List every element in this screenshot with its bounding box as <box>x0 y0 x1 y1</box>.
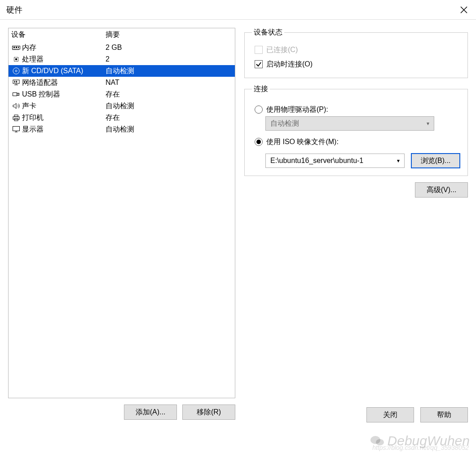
svg-rect-3 <box>18 47 19 48</box>
device-name: 显示器 <box>21 125 106 134</box>
svg-rect-1 <box>13 47 15 48</box>
connect-at-poweron-label: 启动时连接(O) <box>266 60 313 69</box>
physical-drive-value: 自动检测 <box>270 119 299 128</box>
close-button[interactable]: 关闭 <box>366 407 414 422</box>
iso-file-label: 使用 ISO 映像文件(M): <box>266 137 339 147</box>
device-list[interactable]: 设备 摘要 内存2 GB处理器2新 CD/DVD (SATA)自动检测网络适配器… <box>8 28 235 398</box>
svg-rect-5 <box>15 58 17 60</box>
physical-drive-dropdown: 自动检测 ▾ <box>265 116 434 131</box>
device-name: 打印机 <box>21 113 106 123</box>
window-title: 硬件 <box>6 4 22 15</box>
header-device: 设备 <box>11 30 106 40</box>
advanced-button[interactable]: 高级(V)... <box>415 182 468 198</box>
svg-rect-10 <box>16 81 17 83</box>
close-icon[interactable] <box>458 4 470 16</box>
add-button[interactable]: 添加(A)... <box>124 405 177 420</box>
physical-drive-radio[interactable]: 使用物理驱动器(P): <box>255 103 460 116</box>
connected-label: 已连接(C) <box>266 45 298 55</box>
device-name: 处理器 <box>21 55 106 64</box>
device-summary: 2 GB <box>106 44 232 52</box>
svg-point-6 <box>13 68 19 74</box>
device-name: 网络适配器 <box>21 78 106 88</box>
connection-legend: 连接 <box>252 84 270 94</box>
svg-rect-13 <box>13 117 19 119</box>
device-summary: 自动检测 <box>106 66 232 76</box>
browse-button[interactable]: 浏览(B)... <box>411 153 460 168</box>
svg-rect-2 <box>16 47 17 48</box>
header-summary: 摘要 <box>106 30 120 40</box>
device-name: 新 CD/DVD (SATA) <box>21 66 106 76</box>
device-row[interactable]: 网络适配器NAT <box>9 77 235 88</box>
memory-icon <box>11 43 21 52</box>
network-icon <box>11 78 21 87</box>
device-status-group: 设备状态 已连接(C) 启动时连接(O) <box>244 28 468 78</box>
chevron-down-icon: ▾ <box>427 120 429 127</box>
device-status-legend: 设备状态 <box>252 28 284 37</box>
device-summary: 2 <box>106 55 232 63</box>
connected-checkbox: 已连接(C) <box>255 44 460 56</box>
svg-rect-14 <box>14 115 18 117</box>
display-icon <box>11 125 21 134</box>
svg-rect-12 <box>17 93 19 96</box>
checkbox-icon <box>255 46 263 54</box>
cpu-icon <box>11 55 21 64</box>
iso-path-dropdown[interactable]: E:\ubuntu16_server\ubuntu-1 ▾ <box>265 154 405 168</box>
device-list-header: 设备 摘要 <box>9 28 235 42</box>
device-name: 声卡 <box>21 101 106 111</box>
printer-icon <box>11 113 21 122</box>
svg-point-17 <box>370 436 380 444</box>
iso-path-value: E:\ubuntu16_server\ubuntu-1 <box>270 157 363 165</box>
device-row[interactable]: 打印机存在 <box>9 112 235 123</box>
chevron-down-icon: ▾ <box>397 158 400 164</box>
physical-drive-label: 使用物理驱动器(P): <box>266 105 328 114</box>
disc-icon <box>11 66 21 75</box>
connect-at-poweron-checkbox[interactable]: 启动时连接(O) <box>255 58 460 70</box>
device-summary: 自动检测 <box>106 125 232 134</box>
device-row[interactable]: 显示器自动检测 <box>9 123 235 135</box>
list-buttons: 添加(A)... 移除(R) <box>8 405 235 420</box>
wechat-icon <box>370 435 385 447</box>
usb-icon <box>11 90 21 99</box>
remove-button[interactable]: 移除(R) <box>182 405 235 420</box>
device-row[interactable]: 内存2 GB <box>9 42 235 53</box>
iso-file-radio[interactable]: 使用 ISO 映像文件(M): <box>255 135 460 149</box>
device-summary: NAT <box>106 79 232 87</box>
svg-point-7 <box>15 70 17 72</box>
right-column: 设备状态 已连接(C) 启动时连接(O) 连接 使用物理驱动器(P): <box>244 28 468 198</box>
help-button[interactable]: 帮助 <box>420 407 468 422</box>
device-name: 内存 <box>21 43 106 53</box>
device-summary: 自动检测 <box>106 101 232 111</box>
device-summary: 存在 <box>106 113 232 123</box>
device-row[interactable]: USB 控制器存在 <box>9 88 235 100</box>
svg-rect-16 <box>13 127 20 131</box>
device-summary: 存在 <box>106 90 232 99</box>
watermark: DebugWuhen https://blog.csdn.net/qq_3593… <box>370 433 470 449</box>
device-row[interactable]: 新 CD/DVD (SATA)自动检测 <box>9 65 235 77</box>
svg-rect-11 <box>13 93 17 96</box>
dialog-footer: 关闭 帮助 <box>366 407 468 422</box>
watermark-text: DebugWuhen <box>388 433 470 449</box>
connection-group: 连接 使用物理驱动器(P): 自动检测 ▾ 使用 ISO 映像文件(M): E:… <box>244 84 468 176</box>
checkbox-icon <box>255 60 263 68</box>
svg-point-18 <box>376 439 384 445</box>
device-row[interactable]: 处理器2 <box>9 53 235 65</box>
left-column: 设备 摘要 内存2 GB处理器2新 CD/DVD (SATA)自动检测网络适配器… <box>8 28 235 420</box>
device-name: USB 控制器 <box>21 90 106 99</box>
watermark-url: https://blog.csdn.net/qq_35938052 <box>372 444 469 451</box>
device-row[interactable]: 声卡自动检测 <box>9 100 235 112</box>
radio-icon <box>255 106 263 114</box>
titlebar: 硬件 <box>0 0 476 20</box>
svg-rect-9 <box>14 81 15 83</box>
sound-icon <box>11 101 21 110</box>
radio-icon <box>255 138 263 146</box>
